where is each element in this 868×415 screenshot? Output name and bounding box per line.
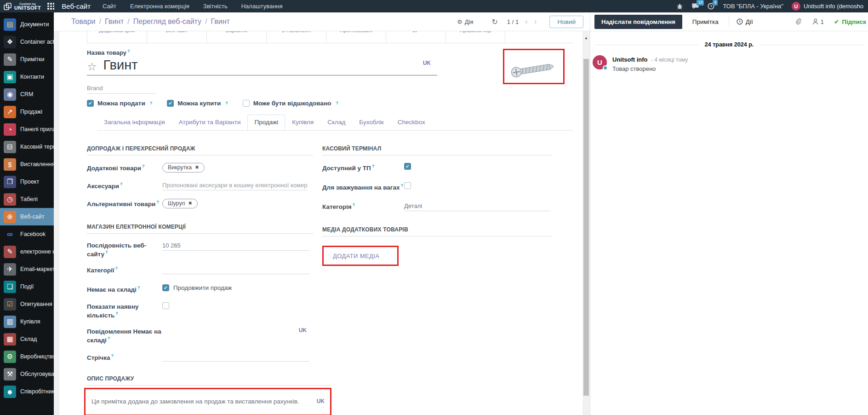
message-author[interactable]: Unitsoft info xyxy=(612,56,648,63)
scrollbar-thumb[interactable] xyxy=(583,59,589,396)
tab-accounting[interactable]: Бухоблік xyxy=(352,115,390,130)
smart-button-reordering-rules[interactable]: Правила пер xyxy=(445,31,505,43)
sidebar-item-project[interactable]: ❒Проект xyxy=(0,173,54,190)
continue-selling-checkbox[interactable]: ✔ xyxy=(162,284,169,291)
send-message-button[interactable]: Надіслати повідомлення xyxy=(594,15,682,29)
can-be-purchased-checkbox[interactable]: ✔ xyxy=(167,100,174,107)
current-app-name[interactable]: Веб-сайт xyxy=(62,2,91,10)
action-menu-button[interactable]: ⚙ Дія xyxy=(457,18,473,25)
menu-site[interactable]: Сайт xyxy=(103,3,116,10)
company-switcher[interactable]: ТОВ "БПЛА - Україна" xyxy=(723,3,783,10)
pos-category-field[interactable]: Деталі xyxy=(404,202,552,213)
accessory-products-field[interactable]: Пропоновані аксесуари в кошику електронн… xyxy=(162,181,313,192)
smart-button-on-hand[interactable]: в Наявності xyxy=(266,31,326,43)
sidebar-item-sales[interactable]: ↗Продажі xyxy=(0,103,54,121)
timesheets-icon: ◷ xyxy=(4,193,16,206)
date-separator: 24 травня 2024 р. xyxy=(590,41,868,48)
product-name-value[interactable]: Гвинт xyxy=(103,58,138,72)
log-note-tab[interactable]: Примітка xyxy=(690,18,721,25)
sidebar-item-crm[interactable]: ◉CRM xyxy=(0,86,54,103)
messages-icon[interactable]: 18 xyxy=(691,3,699,10)
menu-settings[interactable]: Налаштування xyxy=(241,3,283,10)
sidebar-item-dashboards[interactable]: ◔Панелі приладів xyxy=(0,121,54,138)
tab-purchase[interactable]: Купівля xyxy=(285,115,320,130)
name-language-badge[interactable]: UK xyxy=(423,60,431,66)
smart-button-zp[interactable]: ЗР xyxy=(386,31,445,43)
brand-field[interactable]: Brand xyxy=(87,85,156,94)
scrollbar-up-icon[interactable]: ▲ xyxy=(582,31,590,40)
sidebar-item-maintenance[interactable]: ⚒Обслуговування xyxy=(0,365,54,383)
tab-general-info[interactable]: Загальна інформація xyxy=(97,115,172,130)
user-menu[interactable]: U Unitsoft info (demosho xyxy=(792,2,863,11)
pager-previous-icon[interactable]: ‹ xyxy=(525,17,528,26)
vertical-scrollbar[interactable]: ▲ xyxy=(582,31,590,415)
sidebar-item-pos[interactable]: ⊟Касовий термін... xyxy=(0,138,54,156)
sidebar-item-events[interactable]: ❏Події xyxy=(0,278,54,295)
add-media-button[interactable]: ДОДАТИ МЕДІА xyxy=(333,253,379,259)
tab-attributes-variants[interactable]: Атрибути та Варіанти xyxy=(172,115,248,130)
sidebar-item-inventory[interactable]: ▦Склад xyxy=(0,330,54,348)
tag-remove-icon[interactable]: ✖ xyxy=(188,201,192,206)
sidebar-item-facebook[interactable]: ∞Facebook xyxy=(0,225,54,243)
sidebar-item-employees[interactable]: ☻Співробітники xyxy=(0,383,54,400)
sidebar-item-documents[interactable]: ▤Документи xyxy=(0,16,54,33)
product-name-field[interactable]: ☆ Гвинт UK xyxy=(87,58,437,75)
sidebar-item-container-actions[interactable]: ❖Container actions xyxy=(0,33,54,51)
activities-badge: 8 xyxy=(713,0,718,6)
sidebar-item-manufacturing[interactable]: ⚙Виробництво xyxy=(0,348,54,365)
sidebar-item-esign[interactable]: ✎електронне на... xyxy=(0,243,54,260)
tag-vykrutka[interactable]: Викрутка✖ xyxy=(162,163,205,173)
available-in-pos-checkbox[interactable]: ✔ xyxy=(404,163,411,170)
menu-reporting[interactable]: Звітність xyxy=(203,3,228,10)
tag-shurup[interactable]: Шуруп✖ xyxy=(162,199,198,208)
sidebar-item-website[interactable]: ⊕Веб-сайт xyxy=(0,208,54,225)
tag-remove-icon[interactable]: ✖ xyxy=(195,165,199,170)
activities-button[interactable]: Дії xyxy=(737,18,753,25)
can-be-sold-checkbox[interactable]: ✔ xyxy=(87,100,94,107)
pager-next-icon[interactable]: › xyxy=(534,17,537,26)
chatter-message: U Unitsoft info - 4 місяці тому Товар ст… xyxy=(590,48,868,72)
sidebar-item-email-marketing[interactable]: ✈Email-маркетинг xyxy=(0,260,54,278)
menu-ecommerce[interactable]: Електронна комерція xyxy=(130,3,189,10)
unitsoft-logo[interactable]: Custom by UNITSOFT xyxy=(4,2,41,11)
breadcrumb-products[interactable]: Товари xyxy=(71,17,95,26)
following-button[interactable]: ✔ Підписк xyxy=(834,18,866,25)
sidebar-item-invoicing[interactable]: $Виставлення ра... xyxy=(0,156,54,173)
tab-inventory[interactable]: Склад xyxy=(320,115,352,130)
show-available-qty-checkbox[interactable] xyxy=(162,302,169,309)
sidebar-item-purchase[interactable]: ▥Купівля xyxy=(0,313,54,330)
ribbon-field[interactable] xyxy=(162,352,313,363)
sidebar-item-timesheets[interactable]: ◷Табелі xyxy=(0,190,54,208)
refresh-icon[interactable]: ↻ xyxy=(491,17,497,26)
out-of-stock-label: Немає на складі? xyxy=(87,284,162,295)
activities-clock-icon[interactable]: 8 xyxy=(708,3,714,10)
smart-button-website[interactable]: Веб-сайт xyxy=(147,31,206,43)
alternative-products-field[interactable]: Шуруп✖ xyxy=(162,199,313,210)
favorite-star-icon[interactable]: ☆ xyxy=(87,61,97,72)
categories-field[interactable] xyxy=(162,265,313,276)
website-sequence-field[interactable]: 10 265 xyxy=(162,241,313,258)
to-weigh-checkbox[interactable] xyxy=(404,182,411,189)
smart-button-forecasted[interactable]: Прогнозовані xyxy=(326,31,386,43)
sidebar-item-surveys[interactable]: ☑Опитування xyxy=(0,295,54,313)
smart-button-extra-prices[interactable]: Додаткові ціни xyxy=(87,31,147,43)
can-be-expensed-checkbox[interactable] xyxy=(243,100,250,107)
apps-menu-icon[interactable] xyxy=(47,3,54,10)
product-image-annotation-box[interactable] xyxy=(503,49,565,84)
section-upsell: ДОПРОДАЖ І ПЕРЕХРЕСНИЙ ПРОДАЖ Додаткові … xyxy=(87,145,313,210)
tab-sales[interactable]: Продажі xyxy=(247,115,285,130)
sales-description-text[interactable]: Ця примітка додана до замовлення на прод… xyxy=(91,398,314,405)
smart-button-variants[interactable]: Варіанти xyxy=(206,31,266,43)
debug-bug-icon[interactable] xyxy=(676,3,683,10)
out-of-stock-message-field[interactable]: UK xyxy=(162,327,313,344)
tab-checkbox[interactable]: Checkbox xyxy=(391,115,432,130)
oos-language-badge[interactable]: UK xyxy=(299,327,307,334)
new-record-button[interactable]: Новий xyxy=(549,16,583,28)
breadcrumb-website-preview[interactable]: Перегляд веб-сайту xyxy=(133,17,201,26)
sidebar-item-contacts[interactable]: ▣Контакти xyxy=(0,68,54,86)
breadcrumb-product[interactable]: Гвинт xyxy=(105,17,124,26)
followers-button[interactable]: 1 xyxy=(812,18,824,25)
attachment-paperclip-icon[interactable] xyxy=(795,18,802,26)
sidebar-item-notes[interactable]: ✎Примітки xyxy=(0,51,54,68)
optional-products-field[interactable]: Викрутка✖ xyxy=(162,163,313,174)
